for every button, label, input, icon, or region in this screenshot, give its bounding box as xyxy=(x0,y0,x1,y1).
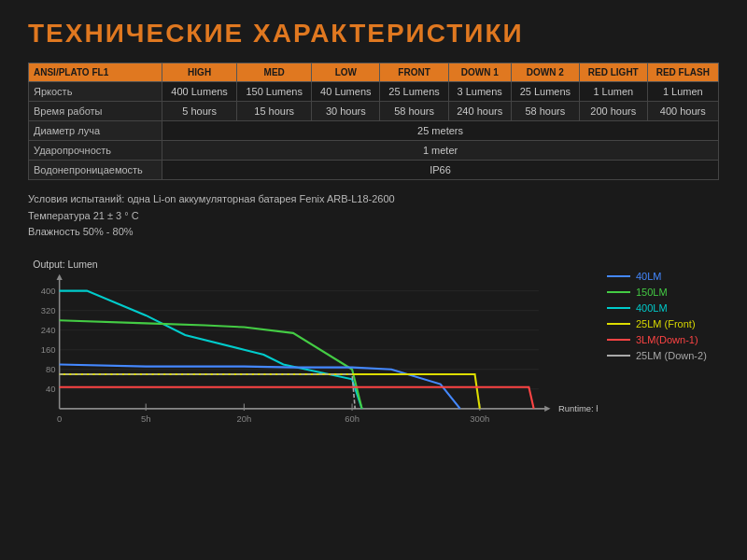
notes-line3: Влажность 50% - 80% xyxy=(28,224,719,241)
svg-text:5h: 5h xyxy=(141,413,151,423)
chart-svg: Output: Lumen 400 320 240 160 80 40 xyxy=(28,252,598,457)
legend-label: 40LM xyxy=(636,271,662,282)
svg-text:20h: 20h xyxy=(236,413,251,423)
table-row: Ударопрочность1 meter xyxy=(29,141,719,161)
table-header-cell: HIGH xyxy=(162,63,237,82)
table-body: Яркость400 Lumens150 Lumens40 Lumens25 L… xyxy=(29,82,719,180)
table-row-span-value: 1 meter xyxy=(162,141,719,161)
table-row-cell: 58 hours xyxy=(511,102,579,121)
table-row-cell: 1 Lumen xyxy=(647,82,718,102)
svg-text:60h: 60h xyxy=(345,413,359,423)
svg-text:40: 40 xyxy=(46,384,56,394)
legend-label: 150LM xyxy=(636,287,668,298)
table-row: Время работы5 hours15 hours30 hours58 ho… xyxy=(29,102,719,121)
legend-label: 400LM xyxy=(636,302,668,314)
chart-area: Output: Lumen 400 320 240 160 80 40 xyxy=(28,252,598,457)
legend-item: 40LM xyxy=(607,271,719,282)
legend-item: 25LM (Down-2) xyxy=(607,350,719,361)
table-row-cell: 400 hours xyxy=(647,102,718,121)
table-row-cell: 40 Lumens xyxy=(312,82,380,102)
svg-marker-15 xyxy=(544,405,550,411)
notes-line1: Условия испытаний: одна Li-on аккумулято… xyxy=(28,191,719,208)
table-row-label: Водонепроницаемость xyxy=(29,161,162,180)
table-row-cell: 25 Lumens xyxy=(511,82,579,102)
table-header-cell: FRONT xyxy=(380,63,448,82)
table-row-cell: 150 Lumens xyxy=(237,82,312,102)
legend-line xyxy=(607,355,630,357)
legend-item: 3LM(Down-1) xyxy=(607,334,719,345)
legend-line xyxy=(607,291,630,293)
page-title: ТЕХНИЧЕСКИЕ ХАРАКТЕРИСТИКИ xyxy=(28,19,719,49)
svg-text:0: 0 xyxy=(57,413,62,423)
table-row-cell: 240 hours xyxy=(448,102,511,121)
table-row-span-value: IP66 xyxy=(162,161,719,180)
svg-text:Runtime: hour: Runtime: hour xyxy=(558,403,598,413)
svg-text:240: 240 xyxy=(41,325,56,335)
chart-container: Output: Lumen 400 320 240 160 80 40 xyxy=(28,252,719,457)
table-row-cell: 25 Lumens xyxy=(380,82,448,102)
legend-line xyxy=(607,323,630,325)
y-axis-label: Output: Lumen xyxy=(33,259,98,270)
table-row-cell: 3 Lumens xyxy=(448,82,511,102)
table-header-cell: DOWN 1 xyxy=(448,63,511,82)
svg-text:320: 320 xyxy=(41,305,56,315)
table-row-label: Время работы xyxy=(29,102,162,121)
table-header-cell: DOWN 2 xyxy=(511,63,579,82)
table-row: ВодонепроницаемостьIP66 xyxy=(29,161,719,180)
line-150lm xyxy=(60,320,362,409)
table-row-label: Ударопрочность xyxy=(29,141,162,161)
table-row: Диаметр луча25 meters xyxy=(29,121,719,141)
table-row-cell: 5 hours xyxy=(162,102,237,121)
table-row-cell: 1 Lumen xyxy=(579,82,647,102)
svg-text:300h: 300h xyxy=(470,413,489,423)
table-header-cell: RED LIGHT xyxy=(579,63,647,82)
notes-line2: Температура 21 ± 3 ° C xyxy=(28,208,719,225)
specs-table: ANSI/PLATO FL1HIGHMEDLOWFRONTDOWN 1DOWN … xyxy=(28,63,719,180)
line-25lm-down2 xyxy=(60,374,356,409)
legend-item: 25LM (Front) xyxy=(607,318,719,329)
table-row-span-value: 25 meters xyxy=(162,121,719,141)
legend-label: 25LM (Down-2) xyxy=(636,350,707,361)
svg-text:160: 160 xyxy=(41,344,56,355)
table-row-cell: 58 hours xyxy=(380,102,448,121)
table-header: ANSI/PLATO FL1HIGHMEDLOWFRONTDOWN 1DOWN … xyxy=(29,63,719,82)
line-3lm-down1 xyxy=(60,386,534,408)
legend-line xyxy=(607,339,630,341)
table-row-label: Яркость xyxy=(29,82,162,102)
main-container: ТЕХНИЧЕСКИЕ ХАРАКТЕРИСТИКИ ANSI/PLATO FL… xyxy=(0,0,747,560)
table-row-label: Диаметр луча xyxy=(29,121,162,141)
table-header-cell: MED xyxy=(237,63,312,82)
svg-marker-14 xyxy=(57,274,63,280)
chart-legend: 40LM150LM400LM25LM (Front)3LM(Down-1)25L… xyxy=(598,252,719,457)
legend-label: 3LM(Down-1) xyxy=(636,334,698,345)
legend-label: 25LM (Front) xyxy=(636,318,696,329)
legend-item: 150LM xyxy=(607,287,719,298)
table-row-cell: 15 hours xyxy=(237,102,312,121)
table-row-cell: 30 hours xyxy=(312,102,380,121)
table-header-cell: LOW xyxy=(312,63,380,82)
table-header-cell: RED FLASH xyxy=(647,63,718,82)
line-25lm-front xyxy=(60,374,480,409)
test-notes: Условия испытаний: одна Li-on аккумулято… xyxy=(28,191,719,241)
table-header-cell: ANSI/PLATO FL1 xyxy=(29,63,162,82)
legend-line xyxy=(607,275,630,277)
table-row: Яркость400 Lumens150 Lumens40 Lumens25 L… xyxy=(29,82,719,102)
legend-line xyxy=(607,307,630,309)
svg-text:400: 400 xyxy=(41,286,56,296)
legend-item: 400LM xyxy=(607,302,719,314)
svg-text:80: 80 xyxy=(46,364,56,374)
table-row-cell: 400 Lumens xyxy=(162,82,237,102)
table-row-cell: 200 hours xyxy=(579,102,647,121)
